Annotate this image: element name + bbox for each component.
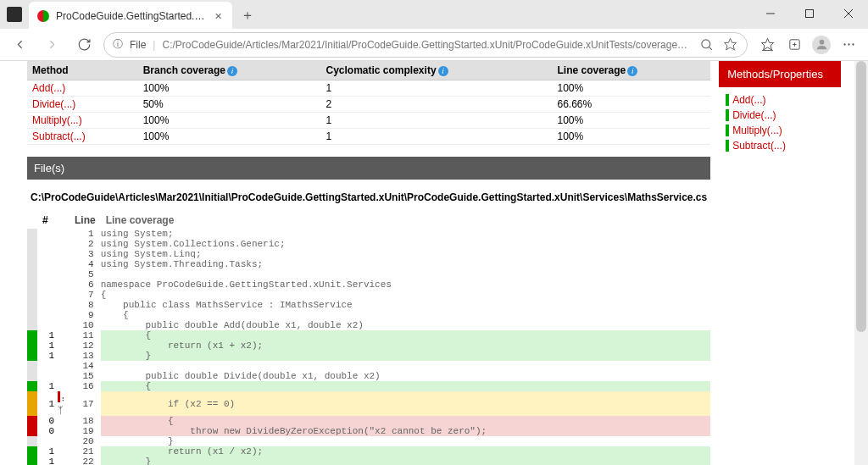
coverage-gutter [27,436,37,446]
svg-point-12 [819,40,824,45]
hit-count: 1 [37,330,58,340]
branch-col [58,457,70,465]
window-maximize-button[interactable] [790,0,829,27]
app-menu-button[interactable] [0,0,29,29]
source-line: 10 public double Add(double x1, double x… [27,320,710,330]
col-line: Line coveragei [553,61,711,80]
method-link[interactable]: Add(...) [32,82,65,94]
tab-close-button[interactable]: ✕ [213,11,224,22]
code-line: throw new DivideByZeroException("x2 cann… [101,426,711,436]
line-number: 11 [70,330,101,340]
address-bar[interactable]: ⓘ File | C:/ProCodeGuide/Articles/Mar202… [103,32,748,58]
window-minimize-button[interactable] [751,0,790,27]
method-link[interactable]: Multiply(...) [32,114,82,126]
svg-point-14 [848,43,849,45]
hit-count: 1 [37,351,58,361]
coverage-gutter [27,330,37,340]
profile-button[interactable] [809,32,834,58]
url-text: C:/ProCodeGuide/Articles/Mar2021/Initial… [162,39,691,51]
method-link[interactable]: Divide(...) [32,98,75,110]
svg-point-13 [843,43,845,45]
titlebar: ProCodeGuide.GettingStarted.xU ✕ ＋ [0,0,868,29]
source-line: 113 } [27,351,710,361]
source-line: 1᛬ᛉ17 if (x2 == 0) [27,391,710,416]
source-line: 7{ [27,290,710,300]
branch-col [58,239,70,249]
code-line: public double Divide(double x1, double x… [101,371,711,381]
svg-rect-1 [806,10,814,18]
file-scheme-chip: File [130,39,146,51]
window-close-button[interactable] [829,0,868,27]
coverage-gutter [27,300,37,310]
code-line: public double Add(double x1, double x2) [101,320,711,330]
code-line: return (x1 + x2); [101,340,711,351]
coverage-bar-icon [726,109,729,121]
branch-col [58,446,70,457]
sidebar-item[interactable]: Subtract(...) [726,138,834,153]
info-icon[interactable]: i [227,66,237,76]
browser-tab[interactable]: ProCodeGuide.GettingStarted.xU ✕ [29,2,232,30]
forward-button[interactable] [39,32,64,58]
favorite-icon[interactable] [721,36,738,53]
line-number: 8 [70,300,101,310]
branch-col: ᛬ᛉ [58,391,70,416]
method-link[interactable]: Subtract(...) [32,130,86,142]
coverage-summary-table: Method Branch coveragei Cyclomatic compl… [27,61,710,145]
branch-col [58,259,70,269]
coverage-gutter [27,280,37,290]
line-number: 16 [70,381,101,391]
collections-button[interactable] [782,32,807,58]
source-line: 112 return (x1 + x2); [27,340,710,351]
coverage-gutter [27,269,37,280]
code-line: { [101,416,711,426]
table-row: Subtract(...)100%1100% [27,129,710,145]
info-icon[interactable]: i [627,66,637,76]
hit-count [37,239,58,249]
back-button[interactable] [7,32,32,58]
source-line: 4using System.Threading.Tasks; [27,259,710,269]
files-section-header: File(s) [27,157,710,180]
zoom-icon[interactable] [698,36,715,53]
coverage-gutter [27,239,37,249]
source-line: 3using System.Linq; [27,249,710,259]
hit-count [37,361,58,371]
hit-count [37,436,58,446]
code-line: using System.Linq; [101,249,711,259]
branch-col [58,351,70,361]
more-button[interactable] [836,32,861,58]
page-scrollbar[interactable] [854,61,868,465]
info-icon[interactable]: i [438,66,448,76]
svg-line-5 [709,47,712,50]
coverage-gutter [27,229,37,239]
sidebar-method-link[interactable]: Divide(...) [732,109,776,121]
line-number: 7 [70,290,101,300]
new-tab-button[interactable]: ＋ [236,3,259,27]
sidebar-method-link[interactable]: Subtract(...) [732,140,786,152]
code-line: { [101,330,711,340]
coverage-gutter [27,290,37,300]
sidebar-item[interactable]: Divide(...) [726,108,834,123]
favorites-button[interactable] [754,32,780,58]
svg-marker-7 [761,38,773,49]
col-hits: # [37,212,58,229]
line-number: 17 [70,391,101,416]
scrollbar-thumb[interactable] [856,61,866,332]
sidebar-panel-header: Methods/Properties [719,61,841,87]
branch-col [58,320,70,330]
source-line: 14 [27,361,710,371]
hit-count: 1 [37,457,58,465]
sidebar-item[interactable]: Multiply(...) [726,123,834,138]
sidebar-method-link[interactable]: Multiply(...) [732,125,782,136]
coverage-gutter [27,351,37,361]
code-line: } [101,457,711,465]
sidebar-item[interactable]: Add(...) [726,92,834,108]
source-line: 6namespace ProCodeGuide.GettingStarted.x… [27,280,710,290]
refresh-button[interactable] [71,32,97,58]
coverage-bar-icon [726,140,729,152]
line-number: 4 [70,259,101,269]
sidebar-method-link[interactable]: Add(...) [732,94,765,106]
hit-count: 1 [37,391,58,416]
coverage-gutter [27,371,37,381]
code-line: { [101,310,711,320]
page-viewport[interactable]: Method Branch coveragei Cyclomatic compl… [0,61,868,465]
